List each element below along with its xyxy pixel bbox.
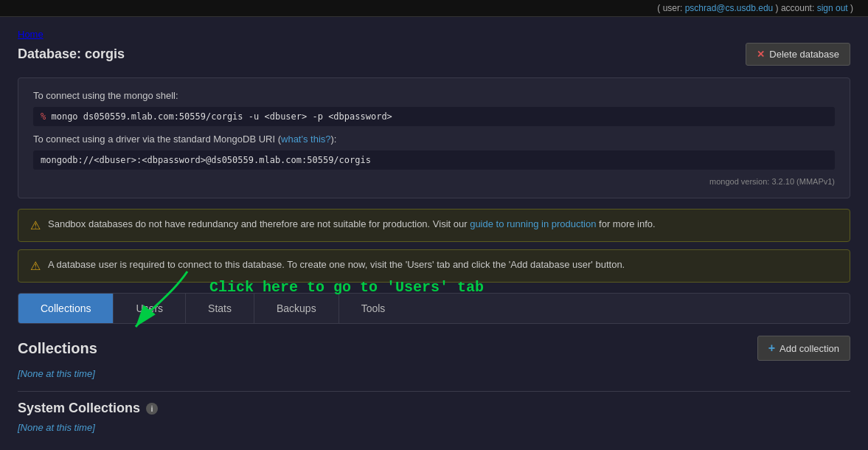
home-link[interactable]: Home: [18, 29, 44, 40]
warning-sandbox-text: Sandbox databases do not have redundancy…: [48, 218, 656, 229]
plus-icon: +: [768, 342, 775, 355]
tab-collections[interactable]: Collections: [18, 294, 114, 323]
system-collections-header: System Collections i: [18, 401, 850, 416]
account-link[interactable]: sign out: [817, 3, 848, 13]
prompt-icon: %: [41, 111, 46, 122]
warning-user-text: A database user is required to connect t…: [48, 259, 625, 270]
x-icon: ✕: [757, 49, 765, 60]
whats-this-link[interactable]: what's this?: [281, 134, 331, 145]
add-collection-button[interactable]: + Add collection: [757, 336, 850, 361]
collections-title: Collections: [18, 340, 97, 357]
warning-icon-2: ⚠: [30, 259, 41, 273]
shell-command: % mongo ds050559.mlab.com:50559/corgis -…: [33, 107, 835, 126]
add-collection-label: Add collection: [780, 343, 839, 354]
breadcrumb: Home: [18, 29, 850, 40]
tab-users[interactable]: Users: [114, 294, 186, 323]
divider: [18, 391, 850, 392]
collections-header: Collections + Add collection: [18, 336, 850, 361]
shell-label: To connect using the mongo shell:: [33, 90, 835, 101]
user-link[interactable]: pschrad@cs.usdb.edu: [685, 3, 774, 13]
page-title: Database: corgis: [18, 46, 125, 62]
tabs-container: Collections Users Stats Backups Tools: [18, 293, 850, 324]
top-bar-text: ( user: pschrad@cs.usdb.edu ) account: s…: [657, 3, 853, 13]
driver-uri: mongodb://<dbuser>:<dbpassword>@ds050559…: [33, 150, 835, 170]
system-collections-none: [None at this time]: [18, 422, 850, 433]
tab-stats[interactable]: Stats: [186, 294, 254, 323]
tab-backups[interactable]: Backups: [254, 294, 339, 323]
system-collections-title: System Collections: [18, 401, 140, 416]
connection-box: To connect using the mongo shell: % mong…: [18, 77, 850, 198]
top-bar: ( user: pschrad@cs.usdb.edu ) account: s…: [0, 0, 868, 17]
shell-command-text: mongo ds050559.mlab.com:50559/corgis -u …: [51, 111, 392, 122]
warning-sandbox: ⚠ Sandbox databases do not have redundan…: [18, 209, 850, 242]
production-guide-link[interactable]: guide to running in production: [470, 218, 596, 229]
driver-label: To connect using a driver via the standa…: [33, 134, 835, 145]
mongod-version: mongod version: 3.2.10 (MMAPv1): [33, 177, 835, 186]
tab-tools[interactable]: Tools: [339, 294, 408, 323]
collections-none: [None at this time]: [18, 368, 850, 379]
delete-button-label: Delete database: [769, 49, 839, 60]
info-icon: i: [146, 403, 158, 415]
warning-user: ⚠ A database user is required to connect…: [18, 249, 850, 283]
delete-database-button[interactable]: ✕ Delete database: [746, 43, 850, 66]
warning-icon-1: ⚠: [30, 218, 41, 232]
